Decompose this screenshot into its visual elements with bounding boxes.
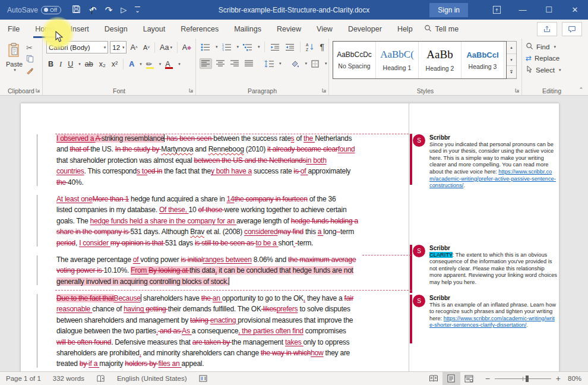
styles-gallery-more-icon[interactable]: ▾ — [507, 66, 516, 78]
font-color-button[interactable]: A — [163, 59, 175, 70]
play-macro-icon[interactable]: ▷ — [121, 5, 127, 14]
document-canvas[interactable]: I observed a A striking resemblance has … — [0, 96, 588, 371]
replace-button[interactable]: ⇄ Replace — [526, 54, 579, 62]
line-spacing-icon[interactable] — [263, 59, 275, 69]
text-effects-button[interactable]: A — [127, 59, 136, 70]
paragraph-4[interactable]: Due to the fact thatBecause shareholders… — [56, 293, 368, 370]
strikethrough-button[interactable]: ab — [83, 59, 95, 70]
zoom-slider-thumb[interactable] — [526, 375, 529, 382]
autosave-toggle[interactable]: AutoSave Off — [7, 6, 61, 14]
comment-3[interactable]: SScribbrThis is an example of an inflate… — [413, 295, 560, 329]
paste-button[interactable]: Paste ▾ — [4, 41, 25, 76]
italic-button[interactable]: I — [58, 59, 64, 70]
tab-design[interactable]: Design — [97, 20, 135, 38]
style-heading-1[interactable]: AaBbC(Heading 1 — [376, 42, 419, 78]
find-button[interactable]: Find▾ — [526, 42, 579, 51]
save-icon[interactable] — [72, 5, 81, 15]
paragraph-1[interactable]: I observed a A striking resemblance has … — [56, 133, 368, 188]
zoom-out-button[interactable]: − — [485, 374, 490, 383]
undo-dropdown-icon[interactable]: ▾ — [91, 7, 92, 14]
ribbon-display-options-icon[interactable] — [483, 0, 510, 20]
align-right-icon[interactable] — [229, 59, 241, 68]
tab-review[interactable]: Review — [269, 20, 309, 38]
minimize-button[interactable]: — — [510, 0, 536, 20]
document-text[interactable]: I observed a A striking resemblance has … — [56, 133, 368, 371]
align-left-icon[interactable] — [200, 58, 212, 69]
tab-developer[interactable]: Developer — [340, 20, 390, 38]
style-no-spacing[interactable]: AaBbCcDcNo Spacing — [333, 42, 376, 78]
styles-dialog-launcher-icon[interactable] — [515, 87, 520, 94]
select-button[interactable]: Select▾ — [526, 65, 579, 74]
show-formatting-marks-icon[interactable]: ¶ — [319, 41, 326, 53]
grow-font-button[interactable]: A˄ — [128, 42, 139, 53]
web-layout-icon[interactable] — [460, 372, 478, 385]
styles-scroll-down-icon[interactable]: ▾ — [507, 54, 516, 67]
underline-button[interactable]: U — [66, 59, 75, 70]
tab-view[interactable]: View — [309, 20, 340, 38]
decrease-indent-icon[interactable] — [269, 42, 281, 52]
close-button[interactable]: ✕ — [562, 0, 588, 20]
tab-mailings[interactable]: Mailings — [226, 20, 269, 38]
bold-button[interactable]: B — [46, 59, 55, 70]
align-center-icon[interactable] — [215, 59, 226, 68]
comment-2[interactable]: SScribbrCLARITY: The extent to which thi… — [413, 245, 560, 286]
multilevel-list-icon[interactable] — [242, 42, 254, 52]
borders-icon[interactable] — [310, 59, 321, 69]
numbering-icon[interactable]: 123 — [221, 42, 233, 52]
styles-scroll-up-icon[interactable]: ▴ — [507, 42, 516, 54]
paste-dropdown-icon[interactable]: ▾ — [14, 68, 16, 72]
paragraph-2[interactable]: At least oneMore than 1 hedge fund acqui… — [56, 194, 368, 248]
font-name-select[interactable]: Calibri (Body)▾ — [46, 41, 108, 53]
font-size-select[interactable]: 12▾ — [110, 41, 127, 53]
language-indicator[interactable]: English (United States) — [111, 372, 193, 385]
font-dialog-launcher-icon[interactable] — [189, 87, 194, 94]
macro-recording-icon[interactable] — [193, 372, 213, 385]
tab-help[interactable]: Help — [390, 20, 421, 38]
redo-icon[interactable]: ↷ — [105, 5, 113, 15]
zoom-in-button[interactable]: + — [556, 374, 561, 383]
proofing-errors-icon[interactable] — [90, 372, 111, 385]
subscript-button[interactable]: x₂ — [97, 59, 108, 70]
shading-icon[interactable] — [290, 59, 301, 69]
tab-home[interactable]: Home — [27, 20, 62, 38]
zoom-slider[interactable] — [495, 378, 551, 379]
clipboard-dialog-launcher-icon[interactable] — [36, 87, 40, 94]
page[interactable]: I observed a A striking resemblance has … — [21, 103, 559, 371]
maximize-button[interactable]: ☐ — [536, 0, 562, 20]
zoom-level[interactable]: 80% — [568, 375, 588, 382]
sort-icon[interactable]: AZ — [305, 42, 316, 52]
comment-link[interactable]: https://www.scribbr.com/academic-writing… — [429, 315, 555, 329]
share-icon[interactable] — [537, 22, 557, 36]
style-heading-2[interactable]: AaBbHeading 2 — [419, 42, 461, 78]
shrink-font-button[interactable]: A˅ — [141, 43, 151, 52]
page-indicator[interactable]: Page 1 of 1 — [0, 372, 47, 385]
comments-icon[interactable] — [562, 22, 582, 36]
highlight-button[interactable]: ✏ — [144, 58, 156, 70]
tab-layout[interactable]: Layout — [135, 20, 173, 38]
tell-me-box[interactable]: Tell me — [424, 24, 459, 34]
bullets-icon[interactable] — [200, 42, 211, 52]
sign-in-button[interactable]: Sign in — [429, 3, 468, 17]
change-case-button[interactable]: Aa▾ — [158, 42, 174, 53]
autosave-switch[interactable]: Off — [41, 6, 61, 14]
collapse-ribbon-icon[interactable]: ⌃ — [578, 87, 583, 93]
clear-formatting-button[interactable]: A◆ — [181, 42, 193, 53]
comment-1[interactable]: SScribbrSince you indicated that persona… — [413, 134, 560, 190]
print-layout-icon[interactable] — [442, 372, 460, 385]
superscript-button[interactable]: x² — [110, 59, 119, 70]
tab-insert[interactable]: Insert — [63, 20, 97, 38]
customize-qat-icon[interactable]: ⌄ — [135, 7, 140, 13]
justify-icon[interactable] — [244, 59, 255, 68]
undo-icon[interactable]: ↶▾ — [89, 5, 97, 15]
read-mode-icon[interactable] — [425, 372, 442, 385]
cut-icon[interactable]: ✂ — [26, 43, 34, 52]
tab-references[interactable]: References — [173, 20, 226, 38]
underline-dropdown-icon[interactable]: ▾ — [78, 62, 81, 67]
tab-file[interactable]: File — [0, 20, 27, 38]
copy-icon[interactable] — [26, 55, 34, 64]
paragraph-dialog-launcher-icon[interactable] — [322, 87, 327, 94]
word-count[interactable]: 332 words — [47, 372, 90, 385]
style-heading-3[interactable]: AaBbCcIHeading 3 — [461, 42, 504, 78]
format-painter-icon[interactable] — [26, 67, 34, 76]
increase-indent-icon[interactable] — [284, 42, 296, 52]
